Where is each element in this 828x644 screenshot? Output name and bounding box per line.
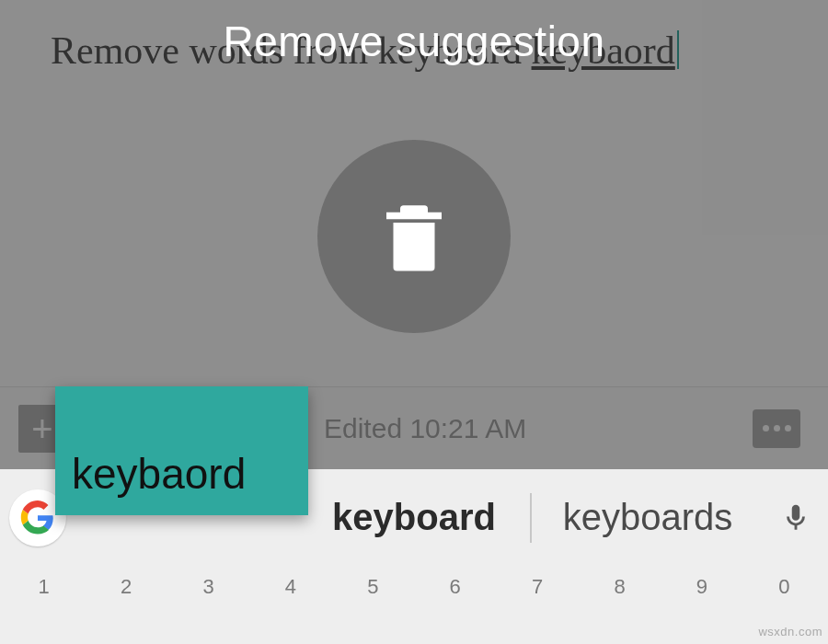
watermark: wsxdn.com: [758, 625, 822, 638]
keyboard-number-row: 1 2 3 4 5 6 7 8 9 0: [0, 566, 828, 644]
trash-icon: [373, 190, 455, 282]
dragged-suggestion-chip[interactable]: keybaord: [55, 386, 308, 515]
voice-input-button[interactable]: [764, 497, 828, 539]
suggestion-slot-center[interactable]: keyboard: [298, 469, 530, 566]
key-3[interactable]: 3: [170, 571, 247, 644]
dragged-suggestion-label: keybaord: [72, 449, 246, 499]
key-4[interactable]: 4: [252, 571, 328, 644]
key-2[interactable]: 2: [87, 571, 164, 644]
overlay-title: Remove suggestion: [223, 17, 604, 66]
google-logo-icon: [20, 500, 55, 535]
suggestion-slot-right[interactable]: keyboards: [532, 469, 764, 566]
key-8[interactable]: 8: [581, 571, 658, 644]
trash-drop-target[interactable]: [317, 140, 511, 333]
microphone-icon: [780, 497, 811, 539]
key-7[interactable]: 7: [499, 571, 575, 644]
screen: Remove words from keyboard keybaord + Ed…: [0, 0, 828, 644]
key-6[interactable]: 6: [417, 571, 493, 644]
key-5[interactable]: 5: [335, 571, 411, 644]
key-9[interactable]: 9: [663, 571, 740, 644]
key-1[interactable]: 1: [6, 571, 82, 644]
